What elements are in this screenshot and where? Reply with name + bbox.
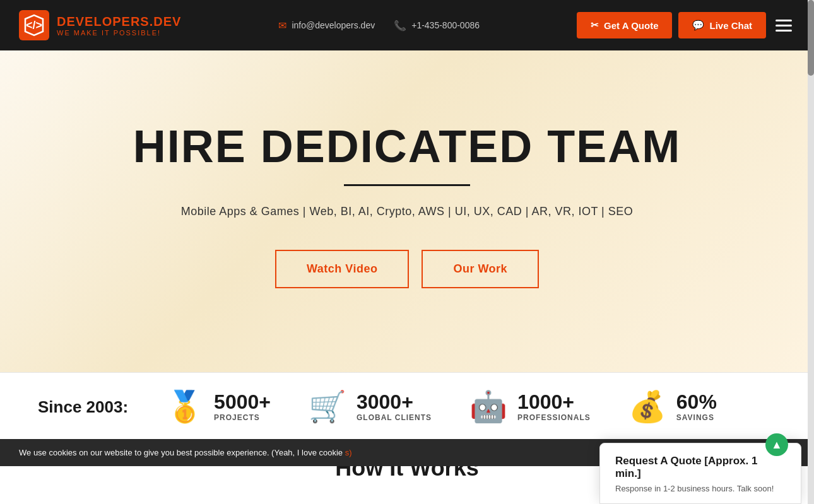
quote-widget-title: Request A Quote [Approx. 1 min.] [615,455,786,480]
projects-icon: 🥇 [166,392,204,422]
quote-icon: ✂ [591,20,599,31]
logo-icon: </> [19,10,49,40]
scrollbar-thumb[interactable] [808,0,814,76]
chat-icon: 💬 [692,20,704,31]
logo-tagline: WE MAKE IT POSSIBLE! [57,29,181,37]
savings-label: SAVINGS [676,413,717,422]
stat-savings-text: 60% SAVINGS [676,392,717,422]
logo-brand-ext: .DEV [150,15,182,28]
nav-buttons: ✂ Get A Quote 💬 Live Chat [577,12,795,38]
logo-area: </> DEVELOPERS.DEV WE MAKE IT POSSIBLE! [19,10,181,40]
logo-brand: DEVELOPERS.DEV [57,15,181,29]
hero-underline [344,184,470,186]
stat-professionals-text: 1000+ PROFESSIONALS [517,392,591,422]
watch-video-button[interactable]: Watch Video [275,250,410,288]
stat-projects: 🥇 5000+ PROJECTS [166,392,271,422]
professionals-label: PROFESSIONALS [517,413,591,422]
phone-number: +1-435-800-0086 [411,20,480,30]
logo-brand-main: DEVELOPERS [57,15,150,28]
stat-clients-text: 3000+ GLOBAL CLIENTS [357,392,432,422]
professionals-icon: 🤖 [469,392,507,422]
stat-savings: 💰 60% SAVINGS [628,392,717,422]
projects-label: PROJECTS [214,413,271,422]
stats-bar: Since 2003: 🥇 5000+ PROJECTS 🛒 3000+ GLO… [0,372,814,441]
cookie-message: We use cookies on our website to give yo… [19,448,343,457]
stat-professionals: 🤖 1000+ PROFESSIONALS [469,392,591,422]
stats-items: 🥇 5000+ PROJECTS 🛒 3000+ GLOBAL CLIENTS … [166,392,776,422]
professionals-number: 1000+ [517,392,591,412]
savings-icon: 💰 [628,392,666,422]
clients-label: GLOBAL CLIENTS [357,413,432,422]
nav-contact: ✉ info@developers.dev 📞 +1-435-800-0086 [278,20,480,32]
email-icon: ✉ [278,20,286,32]
quote-widget-subtitle: Response in 1-2 business hours. Talk soo… [615,484,786,488]
nav-email: ✉ info@developers.dev [278,20,375,32]
nav-phone: 📞 +1-435-800-0086 [394,20,480,32]
logo-tagline-accent: POSSIBLE! [114,29,161,37]
quote-widget: ▲ Request A Quote [Approx. 1 min.] Respo… [599,443,801,488]
stat-projects-text: 5000+ PROJECTS [214,392,271,422]
hero-buttons: Watch Video Our Work [275,250,539,288]
quote-label: Get A Quote [604,20,658,31]
quote-widget-arrow[interactable]: ▲ [765,433,788,456]
cookie-link[interactable]: s) [345,448,352,457]
clients-icon: 🛒 [309,392,346,422]
scrollbar[interactable] [808,0,814,488]
get-quote-button[interactable]: ✂ Get A Quote [577,12,672,38]
our-work-button[interactable]: Our Work [422,250,539,288]
hamburger-line-3 [776,30,792,32]
hero-subtitle: Mobile Apps & Games | Web, BI, AI, Crypt… [181,205,634,218]
email-address: info@developers.dev [292,20,375,30]
projects-number: 5000+ [214,392,271,412]
phone-icon: 📞 [394,20,406,32]
savings-number: 60% [676,392,717,412]
hamburger-line-1 [776,20,792,21]
hamburger-menu-button[interactable] [772,16,795,35]
logo-text-area: DEVELOPERS.DEV WE MAKE IT POSSIBLE! [57,15,181,37]
stat-clients: 🛒 3000+ GLOBAL CLIENTS [309,392,432,422]
hero-title: HIRE DEDICATED TEAM [133,122,681,172]
navbar: </> DEVELOPERS.DEV WE MAKE IT POSSIBLE! … [0,0,814,50]
live-chat-button[interactable]: 💬 Live Chat [678,12,766,38]
hero-section: HIRE DEDICATED TEAM Mobile Apps & Games … [0,50,814,372]
clients-number: 3000+ [357,392,432,412]
stats-since: Since 2003: [38,397,128,417]
hamburger-line-2 [776,25,792,26]
svg-text:</>: </> [26,19,42,32]
chat-label: Live Chat [709,20,752,31]
logo-tagline-prefix: WE MAKE IT [57,29,114,37]
